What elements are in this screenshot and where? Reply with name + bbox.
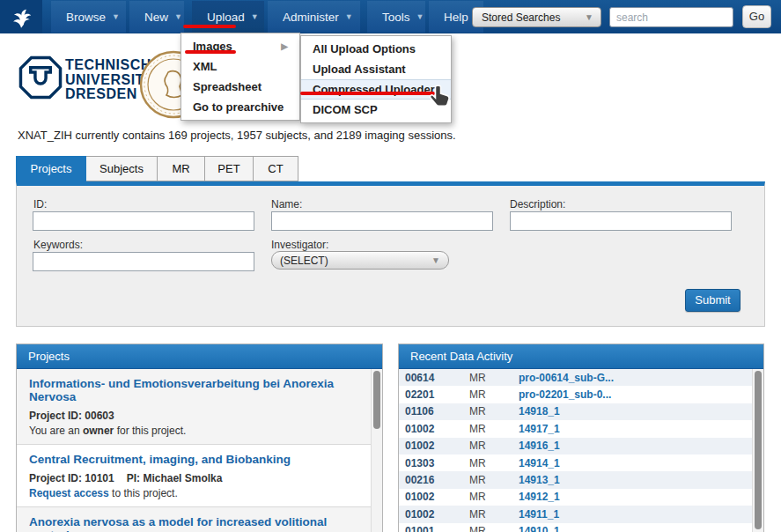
activity-row: 00216 MR 14913_1 (399, 471, 752, 488)
investigator-label: Investigator: (271, 239, 328, 251)
activity-row: 01001 MR 14910_1 (399, 523, 752, 532)
scrollbar-thumb[interactable] (755, 371, 762, 529)
search-input[interactable] (609, 7, 733, 27)
activity-project-link[interactable]: 01001 (399, 525, 469, 532)
access-text: You are an (29, 425, 83, 437)
activity-project-link[interactable]: 01106 (399, 405, 469, 417)
tab-subjects[interactable]: Subjects (86, 156, 158, 181)
activity-project-link[interactable]: 01002 (399, 491, 469, 503)
activity-modality: MR (469, 440, 519, 452)
activity-scrollbar[interactable] (752, 369, 763, 532)
nav-tools-label: Tools (382, 11, 410, 24)
tab-mr[interactable]: MR (158, 156, 205, 181)
submit-button[interactable]: Submit (685, 289, 740, 312)
access-role: owner (83, 425, 114, 437)
chevron-right-icon: ▶ (281, 36, 288, 56)
activity-modality: MR (469, 372, 519, 384)
project-search-panel: ID: Name: Description: Keywords: Investi… (16, 181, 765, 327)
chevron-down-icon: ▼ (174, 12, 182, 21)
activity-session-link[interactable]: 14916_1 (519, 440, 560, 452)
cursor-hand-icon (428, 85, 452, 110)
project-title-link[interactable]: Informations- und Emotionsverarbeitung b… (29, 377, 358, 403)
keywords-label: Keywords: (33, 239, 83, 251)
activity-modality: MR (469, 525, 519, 532)
annotation-underline-images (185, 50, 236, 54)
submenu-item-upload-assistant[interactable]: Upload Assistant (301, 59, 451, 79)
request-access-link[interactable]: Request access (29, 487, 109, 499)
project-title-link[interactable]: Central Recruitment, imaging, and Bioban… (29, 453, 358, 466)
activity-modality: MR (469, 474, 519, 486)
main-tabs: Projects Subjects MR PET CT (16, 156, 298, 181)
project-title-link[interactable]: Anorexia nervosa as a model for increase… (29, 515, 358, 532)
chevron-down-icon: ▼ (112, 12, 120, 21)
stored-searches-value: Stored Searches (482, 11, 560, 24)
activity-project-link[interactable]: 01002 (399, 508, 469, 521)
activity-modality: MR (469, 405, 519, 417)
description-label: Description: (510, 198, 565, 211)
activity-project-link[interactable]: 00614 (399, 372, 469, 384)
activity-project-link[interactable]: 02201 (399, 388, 469, 401)
activity-panel-title: Recent Data Activity (399, 344, 763, 369)
projects-panel: Projects Informations- und Emotionsverar… (16, 344, 383, 532)
activity-project-link[interactable]: 01002 (399, 423, 469, 435)
projects-list: Informations- und Emotionsverarbeitung b… (17, 369, 382, 532)
tab-ct[interactable]: CT (254, 156, 298, 181)
activity-session-link[interactable]: 14913_1 (519, 474, 560, 486)
nav-administer[interactable]: Administer ▼ (268, 1, 360, 33)
go-button[interactable]: Go (742, 5, 771, 28)
projects-scrollbar[interactable] (371, 369, 382, 532)
projects-panel-title: Projects (17, 344, 382, 369)
activity-row: 01002 MR 14916_1 (399, 438, 752, 454)
stored-searches-select[interactable]: Stored Searches ▼ (472, 7, 601, 27)
submenu-item-all-upload-options[interactable]: All Upload Options (301, 39, 451, 59)
activity-session-link[interactable]: 14912_1 (519, 491, 560, 503)
name-field[interactable] (271, 211, 493, 231)
access-text: to this project. (109, 487, 178, 499)
scrollbar-thumb[interactable] (373, 371, 380, 429)
keywords-field[interactable] (33, 252, 254, 271)
id-label: ID: (33, 198, 47, 211)
xnat-bird-icon (8, 4, 34, 30)
activity-session-link[interactable]: pro-02201_sub-0... (519, 388, 611, 401)
name-label: Name: (271, 198, 302, 211)
menu-item-spreadsheet[interactable]: Spreadsheet (181, 77, 299, 97)
investigator-select[interactable]: (SELECT) ▼ (271, 251, 449, 270)
activity-session-link[interactable]: 14917_1 (519, 423, 560, 435)
activity-project-link[interactable]: 01002 (399, 440, 469, 452)
submenu-compressed-uploader-label: Compressed Uploader (313, 80, 435, 99)
activity-session-link[interactable]: 14910_1 (519, 525, 560, 532)
nav-tools[interactable]: Tools ▼ (367, 1, 425, 33)
activity-session-link[interactable]: 14914_1 (519, 457, 560, 469)
id-field[interactable] (33, 211, 254, 231)
project-id: Project ID: 10101 (29, 472, 114, 484)
activity-session-link[interactable]: pro-00614_sub-G... (519, 372, 614, 384)
activity-project-link[interactable]: 00216 (399, 474, 469, 486)
project-access-line: Request access to this project. (29, 487, 358, 499)
activity-session-link[interactable]: 14918_1 (519, 405, 560, 417)
activity-row: 01303 MR 14914_1 (399, 454, 752, 471)
tab-projects[interactable]: Projects (16, 156, 86, 181)
nav-browse-label: Browse (66, 11, 106, 24)
activity-session-link[interactable]: 14911_1 (519, 508, 559, 521)
xnat-logo[interactable] (0, 0, 42, 33)
submenu-upload-assistant-label: Upload Assistant (313, 59, 406, 79)
menu-item-xml[interactable]: XML (181, 56, 299, 77)
menu-item-go-to-prearchive[interactable]: Go to prearchive (181, 97, 299, 117)
description-field[interactable] (510, 211, 732, 231)
activity-project-link[interactable]: 01303 (399, 457, 469, 469)
chevron-down-icon: ▼ (416, 12, 424, 21)
project-access-line: You are an owner for this project. (29, 425, 358, 437)
activity-row: 02201 MR pro-02201_sub-0... (399, 386, 752, 403)
chevron-down-icon: ▼ (585, 12, 593, 22)
nav-new[interactable]: New ▼ (129, 1, 184, 33)
activity-row: 01002 MR 14917_1 (399, 420, 752, 437)
activity-modality: MR (469, 508, 519, 521)
project-list-item: Informations- und Emotionsverarbeitung b… (17, 369, 371, 445)
activity-modality: MR (469, 457, 519, 469)
nav-menu-list: Browse ▼ New ▼ Upload ▼ Administer ▼ Too… (42, 0, 485, 33)
activity-row: 00614 MR pro-00614_sub-G... (399, 369, 752, 386)
submenu-dicom-scp-label: DICOM SCP (313, 100, 378, 120)
recent-data-activity-panel: Recent Data Activity 00614 MR pro-00614_… (398, 344, 764, 532)
nav-browse[interactable]: Browse ▼ (51, 1, 126, 33)
tab-pet[interactable]: PET (205, 156, 254, 181)
